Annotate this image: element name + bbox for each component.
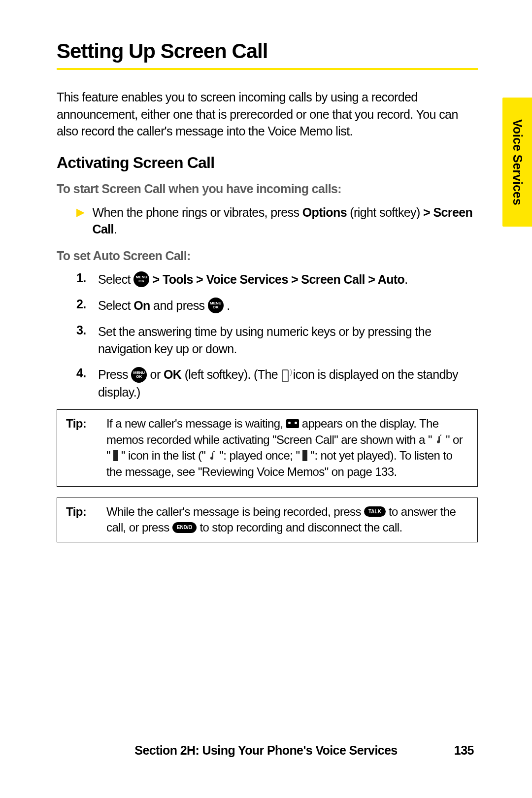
text: to stop recording and disconnect the cal… xyxy=(197,521,402,534)
list-item: 3. Set the answering time by using numer… xyxy=(76,323,478,357)
text: When the phone rings or vibrates, press xyxy=(93,205,302,219)
arrow-icon: ▶ xyxy=(76,204,85,221)
text: " icon in the list (" xyxy=(118,449,208,462)
phone-icon xyxy=(281,368,290,381)
options-label: Options xyxy=(302,205,347,219)
tip-box: Tip: If a new caller's message is waitin… xyxy=(57,409,478,487)
text: (left softkey). (The xyxy=(181,367,281,381)
step-number: 3. xyxy=(76,323,90,337)
tip-label: Tip: xyxy=(57,410,106,486)
menu-ok-icon: MENUOK xyxy=(131,367,147,383)
lead-start-screen-call: To start Screen Call when you have incom… xyxy=(57,182,478,196)
tip-body: While the caller's message is being reco… xyxy=(106,498,477,542)
tip-box: Tip: While the caller's message is being… xyxy=(57,498,478,542)
text: Press xyxy=(98,367,131,381)
menu-ok-icon: MENUOK xyxy=(133,271,149,287)
menu-path: > Tools > Voice Services > Screen Call >… xyxy=(149,272,404,286)
bullet-item: ▶ When the phone rings or vibrates, pres… xyxy=(57,204,478,238)
step-number: 2. xyxy=(76,297,90,311)
page-number: 135 xyxy=(454,743,474,758)
step-number: 4. xyxy=(76,366,90,380)
text: . xyxy=(114,222,117,236)
text: . xyxy=(224,299,230,312)
text: . xyxy=(404,272,407,286)
bar-icon xyxy=(113,450,118,461)
tip-body: If a new caller's message is waiting, ap… xyxy=(106,410,477,486)
text: While the caller's message is being reco… xyxy=(106,505,364,518)
text: or xyxy=(147,367,164,381)
lead-set-auto: To set Auto Screen Call: xyxy=(57,249,478,263)
text: If a new caller's message is waiting, xyxy=(106,417,286,430)
step-text: Set the answering time by using numeric … xyxy=(98,323,478,357)
text: and press xyxy=(150,299,208,312)
side-tab: Voice Services xyxy=(502,98,532,227)
on-label: On xyxy=(133,299,150,312)
music-note-icon xyxy=(208,450,216,461)
list-item: 4. Press MENUOK or OK (left softkey). (T… xyxy=(76,366,478,400)
page-title: Setting Up Screen Call xyxy=(57,39,478,70)
list-item: 1. Select MENUOK > Tools > Voice Service… xyxy=(76,271,478,288)
step-text: Select On and press MENUOK . xyxy=(98,297,478,314)
step-text: Press MENUOK or OK (left softkey). (The … xyxy=(98,366,478,400)
manual-page: Voice Services Setting Up Screen Call Th… xyxy=(0,0,532,798)
talk-button-icon: TALK xyxy=(364,506,386,517)
bullet-text: When the phone rings or vibrates, press … xyxy=(93,204,478,238)
bar-icon xyxy=(302,450,307,461)
tip-label: Tip: xyxy=(57,498,106,542)
ordered-list: 1. Select MENUOK > Tools > Voice Service… xyxy=(57,271,478,401)
side-tab-label: Voice Services xyxy=(510,119,525,205)
footer-section-label: Section 2H: Using Your Phone's Voice Ser… xyxy=(0,743,532,758)
tape-icon xyxy=(286,419,299,428)
text: Select xyxy=(98,272,133,286)
subheading: Activating Screen Call xyxy=(57,154,478,172)
end-button-icon: END/O xyxy=(172,522,197,533)
text: ": played once; " xyxy=(216,449,302,462)
list-item: 2. Select On and press MENUOK . xyxy=(76,297,478,314)
menu-ok-icon: MENUOK xyxy=(208,298,224,313)
text: Select xyxy=(98,299,133,312)
intro-paragraph: This feature enables you to screen incom… xyxy=(57,89,478,140)
step-text: Select MENUOK > Tools > Voice Services >… xyxy=(98,271,478,288)
text: (right softkey) xyxy=(347,205,423,219)
step-number: 1. xyxy=(76,271,90,285)
ok-label: OK xyxy=(164,367,181,381)
music-note-icon xyxy=(435,434,443,445)
